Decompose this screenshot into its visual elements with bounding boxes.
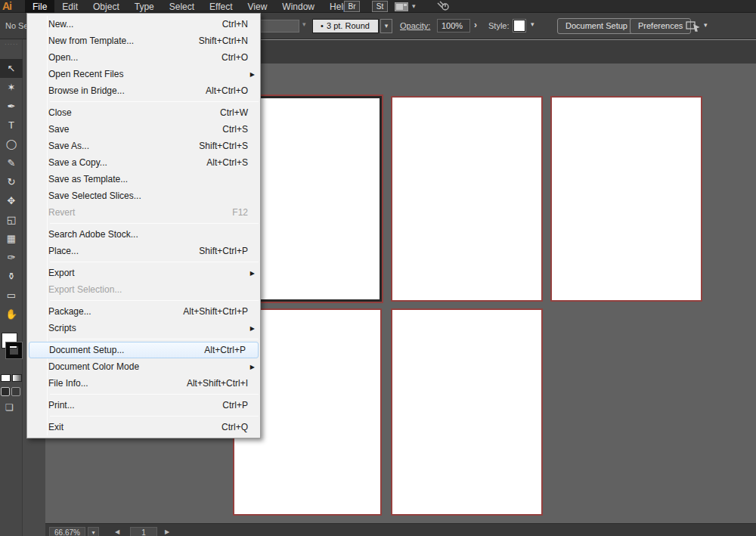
zoom-level-select[interactable]: 66.67% — [49, 527, 85, 536]
type-tool[interactable]: T — [0, 116, 23, 135]
width-tool[interactable]: ✥ — [0, 191, 23, 210]
menubar-item-select[interactable]: Select — [162, 0, 202, 13]
rotate-tool-glyph: ↻ — [8, 176, 16, 187]
file-menu-item-save-as[interactable]: Save As...Shift+Ctrl+S — [27, 138, 260, 154]
file-menu-item-document-color-mode[interactable]: Document Color Mode▶ — [27, 358, 260, 375]
file-menu-item-label: Save Selected Slices... — [48, 191, 141, 201]
color-button[interactable] — [1, 374, 11, 382]
paintbrush-tool[interactable]: ✎ — [0, 153, 23, 172]
stroke-swatch[interactable] — [6, 342, 22, 358]
file-menu-item-open-recent-files[interactable]: Open Recent Files▶ — [27, 66, 260, 82]
opacity-label[interactable]: Opacity: — [400, 21, 430, 30]
paintbrush-tool-glyph: ✎ — [8, 157, 16, 169]
bridge-button[interactable]: Br — [344, 1, 360, 12]
artboard-3[interactable] — [550, 96, 702, 302]
screen-mode-button[interactable]: ❏ — [5, 402, 14, 413]
artboard-tool[interactable]: ▭ — [0, 286, 23, 305]
ellipse-tool[interactable]: ◯ — [0, 135, 23, 153]
style-swatch[interactable] — [513, 20, 525, 32]
style-chevron-icon[interactable]: ▾ — [531, 20, 534, 28]
file-menu-item-exit[interactable]: ExitCtrl+Q — [27, 419, 260, 435]
perspective-grid-tool[interactable]: ▦ — [0, 229, 23, 248]
opacity-input[interactable]: 100% — [437, 19, 470, 33]
stroke-chevron-icon[interactable]: ▾ — [302, 20, 306, 28]
magic-wand-tool[interactable]: ✶ — [0, 78, 23, 97]
draw-mode-row — [1, 387, 22, 396]
eyedropper-tool-glyph: ✑ — [8, 252, 16, 263]
file-menu-item-label: Save as Template... — [48, 174, 128, 184]
file-menu-item-scripts[interactable]: Scripts▶ — [27, 320, 260, 336]
preferences-button[interactable]: Preferences — [630, 18, 691, 34]
artboard-5[interactable] — [391, 308, 543, 516]
draw-behind-button[interactable] — [11, 387, 20, 396]
stock-button[interactable]: St — [372, 1, 388, 12]
file-menu-item-save[interactable]: SaveCtrl+S — [27, 121, 260, 138]
workspace-pane-small — [404, 4, 407, 6]
file-menu-item-save-as-template[interactable]: Save as Template... — [27, 171, 260, 187]
file-menu-item-save-selected-slices[interactable]: Save Selected Slices... — [27, 187, 260, 204]
menubar-item-window[interactable]: Window — [274, 0, 322, 13]
menu-separator — [50, 339, 259, 339]
gradient-button[interactable] — [12, 374, 22, 382]
arrange-chevron-icon[interactable]: ▾ — [704, 21, 708, 29]
arrange-documents-icon[interactable] — [685, 19, 702, 36]
file-menu-item-browse-in-bridge[interactable]: Browse in Bridge...Alt+Ctrl+O — [27, 82, 260, 99]
file-menu-item-label: Save As... — [48, 141, 89, 151]
artboard-2[interactable] — [391, 96, 543, 302]
file-menu-popup: New...Ctrl+NNew from Template...Shift+Ct… — [26, 13, 261, 438]
shape-builder-tool[interactable]: ◱ — [0, 210, 23, 229]
file-menu-item-new-from-template[interactable]: New from Template...Shift+Ctrl+N — [27, 33, 260, 49]
symbol-sprayer-tool[interactable]: ⚱ — [0, 267, 23, 286]
selection-tool-glyph: ↖ — [8, 63, 16, 74]
menubar-item-object[interactable]: Object — [85, 0, 127, 13]
file-menu-item-save-a-copy[interactable]: Save a Copy...Alt+Ctrl+S — [27, 154, 260, 171]
eyedropper-tool[interactable]: ✑ — [0, 248, 23, 267]
artboard-navigation-select[interactable]: 1 — [130, 527, 157, 536]
draw-normal-button[interactable] — [1, 387, 10, 396]
file-menu-item-package[interactable]: Package...Alt+Shift+Ctrl+P — [27, 303, 260, 320]
file-menu-item-label: File Info... — [48, 378, 88, 389]
file-menu-item-open[interactable]: Open...Ctrl+O — [27, 49, 260, 66]
file-menu-item-label: Export — [48, 268, 75, 278]
previous-artboard-icon[interactable]: ◀ — [115, 528, 119, 535]
file-menu-items: New...Ctrl+NNew from Template...Shift+Ct… — [27, 16, 260, 435]
rotate-tool[interactable]: ↻ — [0, 172, 23, 191]
pen-tool[interactable]: ✒ — [0, 97, 23, 116]
color-type-row — [1, 374, 22, 382]
brush-chevron-icon[interactable]: ▾ — [380, 19, 392, 33]
selection-status-label: No Se — [5, 21, 29, 30]
file-menu-item-close[interactable]: CloseCtrl+W — [27, 104, 260, 121]
panel-grip-icon[interactable]: ······ — [5, 43, 18, 45]
perspective-grid-tool-glyph: ▦ — [7, 233, 16, 244]
menubar-item-type[interactable]: Type — [127, 0, 162, 13]
brush-definition-dropdown[interactable]: •3 pt. Round — [312, 19, 379, 33]
workspace-pane — [396, 4, 403, 10]
artboard-tool-glyph: ▭ — [7, 290, 16, 301]
magic-wand-tool-glyph: ✶ — [8, 82, 16, 93]
selection-tool[interactable]: ↖ — [0, 59, 23, 78]
zoom-chevron-icon[interactable]: ▾ — [88, 527, 99, 536]
file-menu-item-label: Print... — [48, 400, 75, 411]
next-artboard-icon[interactable]: ▶ — [165, 528, 169, 535]
file-menu-item-export[interactable]: Export▶ — [27, 265, 260, 281]
menubar-item-effect[interactable]: Effect — [202, 0, 240, 13]
menubar-item-file[interactable]: File — [25, 0, 54, 13]
menubar-item-view[interactable]: View — [240, 0, 275, 13]
file-menu-item-print[interactable]: Print...Ctrl+P — [27, 397, 260, 414]
file-menu-item-document-setup[interactable]: Document Setup...Alt+Ctrl+P — [29, 342, 259, 358]
workspace-chevron-icon[interactable]: ▾ — [412, 2, 416, 10]
opacity-expand-icon[interactable]: › — [474, 20, 477, 30]
file-menu-item-search-adobe-stock[interactable]: Search Adobe Stock... — [27, 226, 260, 243]
file-menu-item-shortcut: Alt+Ctrl+O — [206, 82, 248, 99]
file-menu-item-file-info[interactable]: File Info...Alt+Shift+Ctrl+I — [27, 375, 260, 392]
hand-tool[interactable]: ✋ — [0, 305, 23, 324]
file-menu-item-new[interactable]: New...Ctrl+N — [27, 16, 260, 33]
document-setup-button[interactable]: Document Setup — [557, 18, 636, 34]
menubar-item-edit[interactable]: Edit — [54, 0, 85, 13]
file-menu-item-label: Package... — [48, 306, 91, 317]
file-menu-item-label: Document Setup... — [49, 345, 124, 355]
file-menu-item-label: Revert — [48, 207, 75, 218]
workspace-switcher-icon[interactable] — [395, 2, 408, 11]
file-menu-item-place[interactable]: Place...Shift+Ctrl+P — [27, 243, 260, 259]
file-menu-item-label: Exit — [48, 422, 64, 432]
